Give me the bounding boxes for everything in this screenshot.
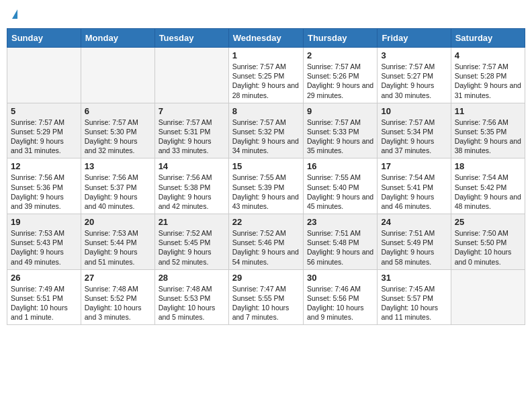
day-number: 24 [381, 217, 447, 227]
day-number: 30 [307, 273, 373, 283]
day-number: 27 [85, 273, 151, 283]
calendar-cell: 21Sunrise: 7:52 AM Sunset: 5:45 PM Dayli… [154, 214, 228, 270]
day-number: 15 [232, 161, 300, 171]
day-detail: Sunrise: 7:52 AM Sunset: 5:45 PM Dayligh… [159, 228, 225, 267]
day-detail: Sunrise: 7:57 AM Sunset: 5:28 PM Dayligh… [455, 62, 521, 100]
calendar-week-row: 5Sunrise: 7:57 AM Sunset: 5:29 PM Daylig… [7, 103, 525, 158]
calendar-cell: 19Sunrise: 7:53 AM Sunset: 5:43 PM Dayli… [7, 214, 81, 270]
day-number: 19 [11, 217, 77, 227]
calendar-cell: 29Sunrise: 7:47 AM Sunset: 5:55 PM Dayli… [228, 269, 303, 325]
calendar-cell [81, 48, 154, 103]
day-detail: Sunrise: 7:56 AM Sunset: 5:38 PM Dayligh… [159, 173, 225, 211]
calendar-cell: 30Sunrise: 7:46 AM Sunset: 5:56 PM Dayli… [303, 269, 377, 325]
calendar-cell: 17Sunrise: 7:54 AM Sunset: 5:41 PM Dayli… [378, 158, 451, 214]
day-detail: Sunrise: 7:54 AM Sunset: 5:41 PM Dayligh… [381, 173, 447, 211]
day-detail: Sunrise: 7:56 AM Sunset: 5:35 PM Dayligh… [455, 118, 521, 156]
day-number: 20 [85, 217, 151, 227]
day-number: 28 [159, 273, 225, 283]
calendar-cell: 15Sunrise: 7:55 AM Sunset: 5:39 PM Dayli… [228, 158, 303, 214]
day-detail: Sunrise: 7:57 AM Sunset: 5:32 PM Dayligh… [232, 118, 300, 156]
day-detail: Sunrise: 7:57 AM Sunset: 5:27 PM Dayligh… [381, 62, 447, 100]
day-detail: Sunrise: 7:56 AM Sunset: 5:36 PM Dayligh… [11, 173, 77, 211]
day-detail: Sunrise: 7:48 AM Sunset: 5:52 PM Dayligh… [85, 284, 151, 322]
calendar-cell: 28Sunrise: 7:48 AM Sunset: 5:53 PM Dayli… [154, 269, 228, 325]
calendar-cell: 16Sunrise: 7:55 AM Sunset: 5:40 PM Dayli… [303, 158, 377, 214]
calendar-cell: 27Sunrise: 7:48 AM Sunset: 5:52 PM Dayli… [81, 269, 154, 325]
calendar-cell: 4Sunrise: 7:57 AM Sunset: 5:28 PM Daylig… [451, 48, 525, 103]
day-number: 6 [85, 106, 151, 116]
day-number: 14 [159, 161, 225, 171]
day-number: 9 [307, 106, 373, 116]
calendar-cell: 23Sunrise: 7:51 AM Sunset: 5:48 PM Dayli… [303, 214, 377, 270]
calendar-cell: 24Sunrise: 7:51 AM Sunset: 5:49 PM Dayli… [378, 214, 451, 270]
day-detail: Sunrise: 7:48 AM Sunset: 5:53 PM Dayligh… [159, 284, 225, 322]
day-detail: Sunrise: 7:51 AM Sunset: 5:48 PM Dayligh… [307, 228, 373, 267]
weekday-header-monday: Monday [81, 29, 154, 48]
calendar-cell: 22Sunrise: 7:52 AM Sunset: 5:46 PM Dayli… [228, 214, 303, 270]
day-number: 2 [307, 50, 373, 60]
calendar-cell: 6Sunrise: 7:57 AM Sunset: 5:30 PM Daylig… [81, 103, 154, 158]
calendar-cell: 11Sunrise: 7:56 AM Sunset: 5:35 PM Dayli… [451, 103, 525, 158]
day-detail: Sunrise: 7:57 AM Sunset: 5:34 PM Dayligh… [381, 118, 447, 156]
day-detail: Sunrise: 7:57 AM Sunset: 5:25 PM Dayligh… [232, 62, 300, 100]
calendar-cell: 5Sunrise: 7:57 AM Sunset: 5:29 PM Daylig… [7, 103, 81, 158]
day-number: 4 [455, 50, 521, 60]
day-detail: Sunrise: 7:45 AM Sunset: 5:57 PM Dayligh… [381, 284, 447, 322]
day-number: 22 [232, 217, 300, 227]
calendar-cell: 8Sunrise: 7:57 AM Sunset: 5:32 PM Daylig… [228, 103, 303, 158]
calendar-cell: 31Sunrise: 7:45 AM Sunset: 5:57 PM Dayli… [378, 269, 451, 325]
day-number: 3 [381, 50, 447, 60]
calendar-week-row: 12Sunrise: 7:56 AM Sunset: 5:36 PM Dayli… [7, 158, 525, 214]
calendar-cell: 18Sunrise: 7:54 AM Sunset: 5:42 PM Dayli… [451, 158, 525, 214]
day-detail: Sunrise: 7:53 AM Sunset: 5:43 PM Dayligh… [11, 228, 77, 267]
day-number: 16 [307, 161, 373, 171]
calendar-cell: 1Sunrise: 7:57 AM Sunset: 5:25 PM Daylig… [228, 48, 303, 103]
day-number: 7 [159, 106, 225, 116]
day-number: 17 [381, 161, 447, 171]
day-detail: Sunrise: 7:51 AM Sunset: 5:49 PM Dayligh… [381, 228, 447, 267]
day-number: 31 [381, 273, 447, 283]
day-number: 23 [307, 217, 373, 227]
calendar-cell: 14Sunrise: 7:56 AM Sunset: 5:38 PM Dayli… [154, 158, 228, 214]
calendar-cell [154, 48, 228, 103]
weekday-header-tuesday: Tuesday [154, 29, 228, 48]
calendar-cell: 10Sunrise: 7:57 AM Sunset: 5:34 PM Dayli… [378, 103, 451, 158]
day-number: 13 [85, 161, 151, 171]
day-detail: Sunrise: 7:49 AM Sunset: 5:51 PM Dayligh… [11, 284, 77, 322]
day-number: 25 [455, 217, 521, 227]
day-detail: Sunrise: 7:55 AM Sunset: 5:39 PM Dayligh… [232, 173, 300, 211]
calendar-cell: 20Sunrise: 7:53 AM Sunset: 5:44 PM Dayli… [81, 214, 154, 270]
calendar-week-row: 19Sunrise: 7:53 AM Sunset: 5:43 PM Dayli… [7, 214, 525, 270]
calendar-table: SundayMondayTuesdayWednesdayThursdayFrid… [7, 28, 525, 325]
calendar-cell: 7Sunrise: 7:57 AM Sunset: 5:31 PM Daylig… [154, 103, 228, 158]
day-detail: Sunrise: 7:57 AM Sunset: 5:33 PM Dayligh… [307, 118, 373, 156]
calendar-cell: 2Sunrise: 7:57 AM Sunset: 5:26 PM Daylig… [303, 48, 377, 103]
day-number: 21 [159, 217, 225, 227]
day-number: 12 [11, 161, 77, 171]
day-number: 29 [232, 273, 300, 283]
weekday-header-row: SundayMondayTuesdayWednesdayThursdayFrid… [7, 29, 525, 48]
day-number: 10 [381, 106, 447, 116]
day-number: 5 [11, 106, 77, 116]
day-detail: Sunrise: 7:52 AM Sunset: 5:46 PM Dayligh… [232, 228, 300, 267]
weekday-header-sunday: Sunday [7, 29, 81, 48]
weekday-header-thursday: Thursday [303, 29, 377, 48]
day-number: 11 [455, 106, 521, 116]
day-detail: Sunrise: 7:46 AM Sunset: 5:56 PM Dayligh… [307, 284, 373, 322]
day-detail: Sunrise: 7:56 AM Sunset: 5:37 PM Dayligh… [85, 173, 151, 211]
day-number: 8 [232, 106, 300, 116]
weekday-header-friday: Friday [378, 29, 451, 48]
day-detail: Sunrise: 7:55 AM Sunset: 5:40 PM Dayligh… [307, 173, 373, 211]
calendar-cell: 12Sunrise: 7:56 AM Sunset: 5:36 PM Dayli… [7, 158, 81, 214]
day-detail: Sunrise: 7:57 AM Sunset: 5:29 PM Dayligh… [11, 118, 77, 156]
weekday-header-wednesday: Wednesday [228, 29, 303, 48]
calendar-cell: 9Sunrise: 7:57 AM Sunset: 5:33 PM Daylig… [303, 103, 377, 158]
weekday-header-saturday: Saturday [451, 29, 525, 48]
calendar-cell: 3Sunrise: 7:57 AM Sunset: 5:27 PM Daylig… [378, 48, 451, 103]
day-number: 1 [232, 50, 300, 60]
calendar-cell [451, 269, 525, 325]
logo [11, 9, 17, 20]
day-detail: Sunrise: 7:57 AM Sunset: 5:26 PM Dayligh… [307, 62, 373, 100]
calendar-cell: 25Sunrise: 7:50 AM Sunset: 5:50 PM Dayli… [451, 214, 525, 270]
day-number: 18 [455, 161, 521, 171]
